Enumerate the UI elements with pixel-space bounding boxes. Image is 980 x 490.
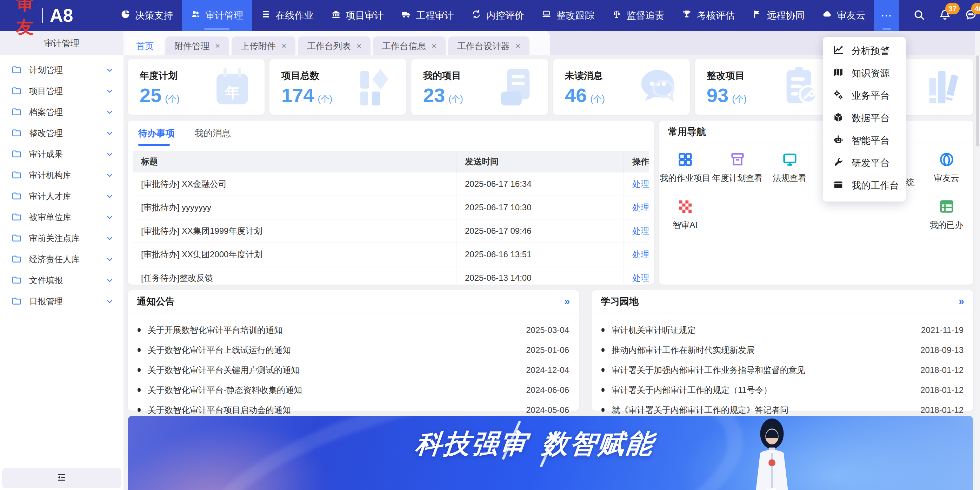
dropdown-item-my-workbench[interactable]: 我的工作台 — [823, 174, 906, 197]
menu-item-assessment[interactable]: 考核评估 — [673, 0, 743, 31]
sidebar-item-rectification-management[interactable]: 整改管理 — [0, 123, 124, 144]
list-item[interactable]: 审计署关于加强内部审计工作业务指导和监督的意见2018-01-12 — [592, 360, 973, 380]
sidebar-item-file-reporting[interactable]: 文件填报 — [0, 270, 124, 291]
menu-item-online-work[interactable]: 在线作业 — [252, 0, 322, 31]
quicknav-regulation-view[interactable]: 法规查看 — [764, 151, 816, 184]
messages-button[interactable]: 46 — [964, 8, 977, 22]
menu-item-internal-control[interactable]: 内控评价 — [463, 0, 533, 31]
tab-todo-items[interactable]: 待办事项 — [138, 121, 175, 146]
notice-more-link[interactable]: » — [564, 296, 570, 307]
sidebar-item-pre-audit-focus-library[interactable]: 审前关注点库 — [0, 228, 124, 249]
menu-item-project-audit[interactable]: 项目审计 — [322, 0, 392, 31]
tab-workbench-designer[interactable]: 工作台设计器× — [448, 36, 530, 56]
sidebar-item-audit-talent-library[interactable]: 审计人才库 — [0, 186, 124, 207]
menu-item-rectification-tracking[interactable]: 整改跟踪 — [533, 0, 603, 31]
dropdown-item-rd-platform[interactable]: 研发平台 — [823, 152, 906, 174]
notice-date: 2025-01-06 — [515, 345, 569, 355]
close-icon[interactable]: × — [215, 41, 220, 51]
column-header-time: 发送时间 — [457, 151, 624, 173]
study-more-link[interactable]: » — [959, 296, 964, 307]
bullet-icon — [138, 348, 141, 352]
list-item[interactable]: 关于数智化审计平台-静态资料收集的通知2024-06-06 — [128, 380, 579, 400]
close-icon[interactable]: × — [356, 41, 361, 51]
handle-link[interactable]: 处理 — [632, 225, 649, 236]
quicknav-audit-cloud[interactable]: 审友云 — [920, 151, 973, 184]
notifications-button[interactable]: 37 — [939, 8, 951, 22]
handle-link[interactable]: 处理 — [632, 202, 649, 213]
menu-label: 审友云 — [837, 9, 865, 22]
menu-label: 项目审计 — [345, 9, 383, 22]
scrollbar[interactable] — [975, 31, 980, 490]
sidebar: 计划管理 项目管理 档案管理 整改管理 审计成果 审计机构库 审计人才库 被审单… — [0, 56, 124, 490]
menu-item-supervision[interactable]: 监督追责 — [603, 0, 673, 31]
tab-upload-attachment[interactable]: 上传附件× — [232, 36, 296, 56]
stat-card-value: 46 — [565, 84, 587, 106]
dropdown-label: 分析预警 — [851, 44, 889, 57]
tab-home[interactable]: 首页 — [127, 36, 163, 56]
close-icon[interactable]: × — [515, 41, 520, 51]
menu-item-decision-support[interactable]: 决策支持 — [111, 0, 182, 31]
sidebar-item-audit-org-library[interactable]: 审计机构库 — [0, 165, 124, 186]
stat-card-unread-messages[interactable]: 未读消息 46(个) — [553, 59, 690, 115]
menu-item-engineering-audit[interactable]: 工程审计 — [392, 0, 463, 31]
handle-link[interactable]: 处理 — [632, 178, 649, 190]
calendar-year-icon: 年 — [208, 63, 257, 112]
search-button[interactable] — [913, 8, 925, 22]
list-item[interactable]: 审计机关审计听证规定2021-11-19 — [592, 320, 973, 340]
table-icon — [920, 198, 973, 214]
quicknav-my-work-projects[interactable]: 我的作业项目 — [659, 151, 711, 184]
promo-banner[interactable]: 科技强审 数智赋能 — [128, 416, 973, 490]
close-icon[interactable]: × — [431, 41, 436, 51]
list-item[interactable]: 关于开展数智化审计平台培训的通知2025-03-04 — [128, 320, 579, 340]
tab-workbench-info[interactable]: 工作台信息× — [373, 36, 445, 56]
clipboard-wrench-icon — [775, 63, 824, 112]
dropdown-item-ai-platform[interactable]: 智能平台 — [823, 129, 906, 152]
tab-attachment-management[interactable]: 附件管理× — [165, 36, 229, 56]
sidebar-item-auditee-library[interactable]: 被审单位库 — [0, 207, 124, 228]
dropdown-item-analysis-warning[interactable]: 分析预警 — [823, 40, 906, 62]
list-item[interactable]: 推动内部审计工作在新时代实现新发展2018-09-13 — [592, 340, 973, 360]
flag-icon — [752, 9, 762, 22]
chevron-down-icon — [106, 192, 114, 200]
quicknav-my-done[interactable]: 我的已办 — [920, 198, 973, 231]
sidebar-item-daily-report-management[interactable]: 日报管理 — [0, 291, 124, 312]
list-item[interactable]: 关于数智化审计平台关键用户测试的通知2024-12-04 — [128, 360, 579, 380]
quicknav-annual-plan-view[interactable]: 年度计划查看 — [711, 151, 764, 184]
sidebar-item-archive-management[interactable]: 档案管理 — [0, 101, 124, 123]
stat-card-my-projects[interactable]: 我的项目 23(个) — [411, 59, 548, 115]
tab-my-messages[interactable]: 我的消息 — [194, 121, 231, 146]
sidebar-item-plan-management[interactable]: 计划管理 — [0, 60, 124, 81]
sidebar-item-economic-responsibility-library[interactable]: 经济责任人库 — [0, 249, 124, 270]
stat-card-annual-plan[interactable]: 年度计划 25(个) 年 — [128, 59, 264, 115]
collapse-sidebar-button[interactable] — [2, 468, 121, 488]
quicknav-smart-audit-ai[interactable]: 智审AI — [659, 198, 711, 231]
todo-title: [审批待办] XX集团1999年度计划 — [141, 225, 262, 236]
logo-cn-text: 审友 — [16, 0, 35, 39]
sidebar-item-audit-results[interactable]: 审计成果 — [0, 144, 124, 165]
dropdown-item-data-platform[interactable]: 数据平台 — [823, 107, 906, 129]
list-item[interactable]: 审计署关于内部审计工作的规定（11号令）2018-01-12 — [592, 380, 973, 400]
stat-card-rectification-projects[interactable]: 整改项目 93(个) — [695, 59, 832, 115]
document-icon — [491, 63, 540, 112]
notice-text: 关于数智化审计平台-静态资料收集的通知 — [148, 384, 302, 396]
dropdown-item-business-platform[interactable]: 业务平台 — [823, 84, 906, 107]
more-menu-button[interactable]: ⋯ — [874, 0, 899, 31]
chevron-down-icon — [106, 276, 114, 285]
menu-item-audit-management[interactable]: 审计管理 — [182, 0, 252, 31]
close-icon[interactable]: × — [282, 41, 286, 51]
handle-link[interactable]: 处理 — [632, 272, 649, 284]
menu-item-audit-cloud[interactable]: 审友云 — [813, 0, 874, 31]
todo-table: 标题 发送时间 操作 [审批待办] XX金融公司 2025-06-17 16:3… — [133, 151, 649, 290]
table-row: [审批待办] XX集团1999年度计划 2025-06-17 09:46 处理 — [133, 219, 649, 243]
tab-workbench-list[interactable]: 工作台列表× — [298, 36, 371, 56]
stat-card-total-projects[interactable]: 项目总数 174(个) — [269, 59, 406, 115]
scrollbar-thumb[interactable] — [976, 56, 979, 146]
list-item[interactable]: 关于数智化审计平台上线试运行的通知2025-01-06 — [128, 340, 579, 360]
sidebar-item-project-management[interactable]: 项目管理 — [0, 81, 124, 101]
handle-link[interactable]: 处理 — [632, 249, 649, 260]
dropdown-item-knowledge-resources[interactable]: 知识资源 — [823, 62, 906, 84]
menu-item-remote-collab[interactable]: 远程协同 — [743, 0, 813, 31]
folder-icon — [12, 150, 21, 159]
cloud-icon — [822, 9, 832, 22]
wrench-icon — [833, 157, 844, 169]
